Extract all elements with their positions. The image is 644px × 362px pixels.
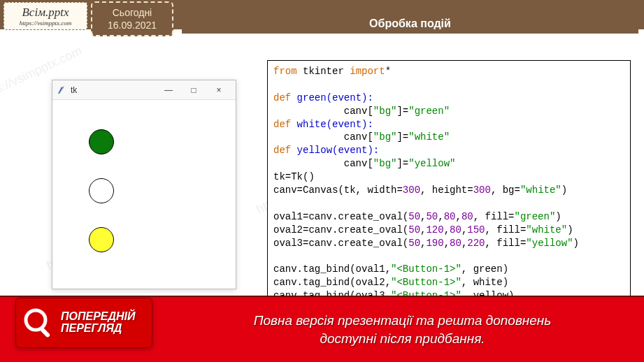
preview-badge: ПОПЕРЕДНІЙ ПЕРЕГЛЯД bbox=[15, 298, 152, 348]
feather-icon bbox=[57, 85, 66, 95]
tk-canvas bbox=[52, 100, 236, 289]
logo-url: https://vsimpptx.com bbox=[10, 20, 81, 27]
tk-window-title: tk bbox=[71, 85, 77, 95]
preview-badge-text: ПОПЕРЕДНІЙ ПЕРЕГЛЯД bbox=[61, 311, 136, 335]
tk-titlebar: tk — □ × bbox=[52, 80, 236, 100]
slide-title: Обробка подій bbox=[182, 14, 638, 34]
preview-banner: ПОПЕРЕДНІЙ ПЕРЕГЛЯД Повна версія презент… bbox=[0, 296, 644, 362]
tkinter-window-preview: tk — □ × bbox=[52, 80, 236, 289]
svg-point-0 bbox=[26, 310, 45, 330]
window-controls: — □ × bbox=[156, 82, 231, 99]
magnifier-icon bbox=[22, 306, 55, 340]
python-code-listing: from tkinter import* def green(event): c… bbox=[267, 60, 631, 324]
maximize-button[interactable]: □ bbox=[181, 82, 206, 99]
date-badge: Сьогодні 16.09.2021 bbox=[91, 1, 173, 36]
yellow-circle[interactable] bbox=[89, 227, 114, 252]
site-logo-box: Всім.pptx https://vsimpptx.com bbox=[3, 2, 87, 30]
date-value: 16.09.2021 bbox=[95, 19, 169, 31]
svg-rect-1 bbox=[40, 327, 51, 338]
close-button[interactable]: × bbox=[206, 82, 231, 99]
white-circle[interactable] bbox=[89, 178, 114, 203]
today-label: Сьогодні bbox=[95, 6, 169, 19]
minimize-button[interactable]: — bbox=[156, 82, 181, 99]
preview-message: Повна версія презентації та решта доповн… bbox=[161, 312, 644, 347]
logo-name: Всім.pptx bbox=[10, 6, 81, 20]
green-circle[interactable] bbox=[89, 129, 114, 154]
